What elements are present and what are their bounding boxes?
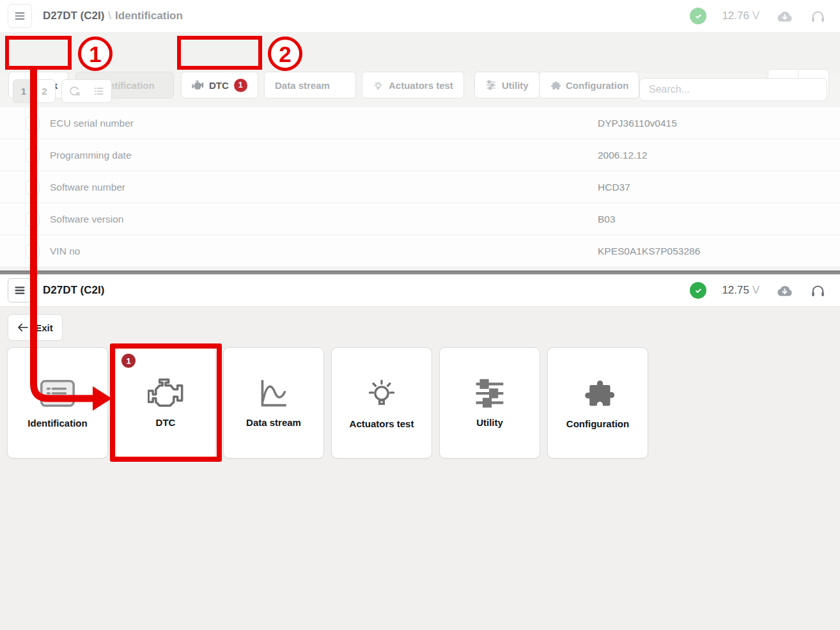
table-row[interactable]: Programming date 2006.12.12	[0, 139, 840, 171]
exit-label: Exit	[35, 322, 53, 333]
row-label: Software version	[50, 214, 123, 225]
row-value: KPES0A1KS7P053286	[598, 246, 700, 257]
tile-identification[interactable]: Identification	[7, 347, 108, 459]
sliders-icon	[472, 379, 507, 408]
highlight-box-back	[5, 36, 72, 70]
tile-label: Utility	[476, 417, 503, 428]
row-value: 2006.12.12	[598, 150, 648, 161]
row-value: HCD37	[598, 182, 630, 193]
table-row[interactable]: Software number HCD37	[0, 171, 840, 203]
identification-card-icon	[39, 378, 76, 409]
cloud-download-icon[interactable]	[775, 9, 795, 24]
tile-actuators-test[interactable]: Actuators test	[331, 347, 432, 459]
row-label: Software number	[50, 182, 125, 193]
diagnostic-app: D27DT (C2I)\Identification 12.76 V Back	[0, 0, 840, 630]
bulb-icon	[364, 377, 399, 409]
section-title: Identification	[115, 10, 183, 22]
step-1-marker: 1	[78, 36, 113, 71]
cloud-download-icon[interactable]	[775, 283, 795, 298]
search-input[interactable]	[639, 78, 827, 101]
tile-label: Data stream	[246, 417, 301, 428]
table-row[interactable]: VIN no KPES0A1KS7P053286	[0, 235, 840, 267]
row-label: Programming date	[50, 150, 132, 161]
row-checkbox[interactable]	[26, 212, 40, 226]
table-row[interactable]: ECU serial number DYPJ36110v0415	[0, 107, 840, 139]
tile-data-stream[interactable]: Data stream	[223, 347, 324, 459]
puzzle-icon	[581, 377, 614, 409]
battery-voltage: 12.75 V	[722, 284, 759, 297]
exit-button[interactable]: Exit	[8, 314, 63, 341]
hamburger-icon	[13, 9, 27, 23]
tile-label: Actuators test	[350, 418, 414, 429]
row-checkbox[interactable]	[26, 148, 40, 162]
row-checkbox[interactable]	[26, 244, 40, 258]
tile-utility[interactable]: Utility	[439, 347, 540, 459]
row-label: VIN no	[50, 246, 80, 257]
clear-icon	[68, 84, 81, 98]
battery-voltage: 12.76 V	[722, 10, 759, 22]
breadcrumb-separator: \	[108, 10, 111, 22]
list-view-button[interactable]	[86, 79, 112, 103]
row-value: B03	[598, 214, 616, 225]
function-tiles: Identification 1 DTC Data stream Actuato…	[7, 347, 648, 459]
function-tabbar: Back Identification DTC 1 Data stream Ac…	[0, 32, 840, 74]
headphones-icon[interactable]	[810, 283, 826, 299]
hamburger-icon	[13, 283, 27, 297]
bottom-header: D27DT (C2I) 12.75 V	[0, 274, 840, 307]
highlight-box-dtc-tile	[110, 343, 222, 462]
clear-selection-button[interactable]	[61, 79, 87, 103]
menu-button[interactable]	[8, 4, 32, 28]
highlight-box-dtc-tab	[177, 36, 262, 70]
top-header: D27DT (C2I)\Identification 12.76 V	[0, 0, 840, 33]
list-icon	[92, 84, 105, 98]
connection-check-icon	[690, 8, 706, 24]
tile-label: Configuration	[566, 418, 629, 429]
row-label: ECU serial number	[50, 118, 134, 129]
headphones-icon[interactable]	[810, 8, 826, 24]
table-row[interactable]: Software version B03	[0, 203, 840, 235]
page-1-button[interactable]: 1	[13, 79, 35, 103]
screen-identification: D27DT (C2I)\Identification 12.76 V Back	[0, 0, 840, 271]
page-title: D27DT (C2I)	[43, 284, 104, 297]
row-value: DYPJ36110v0415	[598, 118, 677, 129]
status-area: 12.76 V	[690, 8, 840, 24]
menu-button[interactable]	[8, 278, 32, 303]
connection-check-icon	[690, 282, 706, 299]
step-2-marker: 2	[268, 36, 302, 71]
tile-label: Identification	[27, 418, 87, 429]
table-toolbar: 1 2	[0, 74, 840, 107]
waveform-chart-icon	[256, 379, 291, 408]
breadcrumb: D27DT (C2I)\Identification	[43, 10, 183, 22]
ecu-title: D27DT (C2I)	[43, 10, 104, 22]
page-2-button[interactable]: 2	[34, 79, 56, 103]
identification-table: ECU serial number DYPJ36110v0415 Program…	[0, 107, 840, 267]
status-area: 12.75 V	[690, 282, 840, 299]
row-checkbox[interactable]	[26, 116, 40, 130]
row-checkbox[interactable]	[26, 180, 40, 194]
back-arrow-icon	[17, 323, 29, 332]
tile-configuration[interactable]: Configuration	[547, 347, 648, 459]
ecu-title: D27DT (C2I)	[43, 284, 104, 296]
